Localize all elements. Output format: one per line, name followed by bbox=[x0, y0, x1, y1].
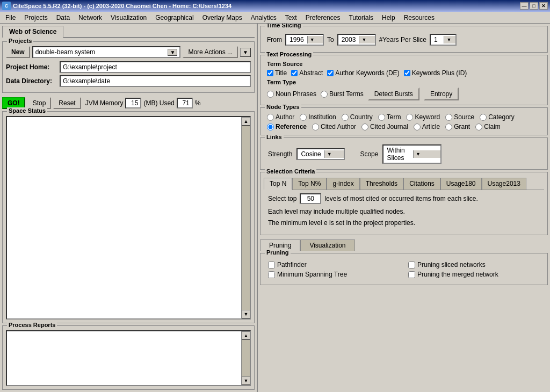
menu-overlay-maps[interactable]: Overlay Maps bbox=[198, 13, 247, 23]
data-directory-value[interactable]: G:\example\date bbox=[60, 75, 251, 87]
detect-bursts-button[interactable]: Detect Bursts bbox=[368, 88, 419, 100]
more-actions-button[interactable]: More Actions ... bbox=[183, 46, 238, 58]
menu-file[interactable]: File bbox=[1, 13, 20, 23]
sel-tab-citations[interactable]: Citations bbox=[403, 178, 440, 190]
radio-article-input[interactable] bbox=[414, 124, 421, 130]
radio-noun-phrases-input[interactable] bbox=[267, 91, 274, 98]
pruning-pathfinder[interactable]: Pathfinder bbox=[268, 261, 400, 268]
pruning-mst-input[interactable] bbox=[268, 271, 275, 278]
sel-tab-usage2013[interactable]: Usage2013 bbox=[482, 178, 526, 190]
close-button[interactable]: ✕ bbox=[539, 2, 548, 10]
radio-burst-terms[interactable]: Burst Terms bbox=[321, 90, 364, 98]
scope-combo[interactable]: Within Slices ▼ bbox=[382, 144, 442, 164]
menu-projects[interactable]: Projects bbox=[20, 13, 52, 23]
radio-burst-terms-input[interactable] bbox=[321, 91, 328, 98]
pruning-sliced-networks[interactable]: Pruning sliced networks bbox=[408, 261, 540, 268]
radio-claim[interactable]: Claim bbox=[475, 123, 501, 130]
radio-grant-input[interactable] bbox=[445, 124, 452, 130]
bottom-tab-visualization[interactable]: Visualization bbox=[300, 239, 354, 251]
menu-resources[interactable]: Resources bbox=[400, 13, 439, 23]
maximize-button[interactable]: □ bbox=[530, 2, 538, 10]
radio-country[interactable]: Country bbox=[342, 113, 373, 121]
menu-network[interactable]: Network bbox=[74, 13, 106, 23]
radio-reference-input[interactable] bbox=[267, 124, 274, 130]
radio-grant[interactable]: Grant bbox=[445, 123, 470, 130]
check-author-keywords-input[interactable] bbox=[327, 70, 334, 76]
project-home-value[interactable]: G:\example\project bbox=[60, 61, 251, 73]
sel-tab-usage180[interactable]: Usage180 bbox=[440, 178, 482, 190]
sel-tab-thresholds[interactable]: Thresholds bbox=[360, 178, 403, 190]
radio-author[interactable]: Author bbox=[267, 113, 294, 121]
process-reports-scrollbar[interactable]: ▲ ▼ bbox=[241, 331, 250, 385]
scroll-down-btn[interactable]: ▼ bbox=[242, 310, 250, 318]
check-title[interactable]: Title bbox=[267, 69, 287, 77]
radio-country-input[interactable] bbox=[342, 114, 349, 121]
select-top-input[interactable] bbox=[300, 193, 321, 204]
radio-author-input[interactable] bbox=[267, 114, 274, 121]
radio-article[interactable]: Article bbox=[414, 123, 440, 130]
radio-institution-input[interactable] bbox=[300, 114, 307, 121]
menu-help[interactable]: Help bbox=[378, 13, 400, 23]
pr-scroll-down-btn[interactable]: ▼ bbox=[242, 376, 250, 385]
radio-term-input[interactable] bbox=[378, 114, 385, 121]
project-name-combo[interactable]: double-beam system ▼ bbox=[32, 46, 181, 58]
from-arrow[interactable]: ▼ bbox=[307, 36, 323, 43]
strength-combo[interactable]: Cosine ▼ bbox=[296, 148, 345, 160]
menu-data[interactable]: Data bbox=[52, 13, 74, 23]
pruning-pathfinder-input[interactable] bbox=[268, 262, 275, 268]
radio-source-input[interactable] bbox=[445, 114, 452, 121]
entropy-button[interactable]: Entropy bbox=[424, 88, 459, 100]
sel-tab-g-index[interactable]: g-index bbox=[327, 178, 359, 190]
radio-cited-author-input[interactable] bbox=[312, 124, 319, 130]
menu-text[interactable]: Text bbox=[281, 13, 301, 23]
menu-preferences[interactable]: Preferences bbox=[301, 13, 345, 23]
check-keywords-plus-input[interactable] bbox=[404, 70, 410, 76]
reset-button[interactable]: Reset bbox=[53, 97, 81, 109]
radio-reference[interactable]: Reference bbox=[267, 123, 307, 130]
radio-noun-phrases[interactable]: Noun Phrases bbox=[267, 90, 316, 98]
radio-cited-journal-input[interactable] bbox=[361, 124, 368, 130]
pruning-merged-network[interactable]: Pruning the merged network bbox=[408, 271, 540, 278]
from-combo[interactable]: 1996 ▼ bbox=[285, 34, 324, 46]
radio-cited-author[interactable]: Cited Author bbox=[312, 123, 356, 130]
radio-cited-journal[interactable]: Cited Journal bbox=[361, 123, 408, 130]
check-abstract-input[interactable] bbox=[291, 70, 298, 76]
check-author-keywords[interactable]: Author Keywords (DE) bbox=[327, 69, 399, 77]
new-button[interactable]: New bbox=[6, 46, 30, 58]
pruning-mst[interactable]: Minimum Spanning Tree bbox=[268, 271, 400, 278]
check-abstract[interactable]: Abstract bbox=[291, 69, 323, 77]
menu-geographical[interactable]: Geographical bbox=[151, 13, 198, 23]
check-keywords-plus[interactable]: Keywords Plus (ID) bbox=[404, 69, 467, 77]
check-title-input[interactable] bbox=[267, 70, 273, 76]
to-arrow[interactable]: ▼ bbox=[359, 36, 374, 43]
window-controls[interactable]: — □ ✕ bbox=[520, 2, 548, 10]
more-actions-arrow[interactable]: ▼ bbox=[240, 48, 251, 57]
to-combo[interactable]: 2003 ▼ bbox=[337, 34, 376, 46]
sel-tab-top-n[interactable]: Top N bbox=[264, 178, 292, 190]
radio-claim-input[interactable] bbox=[475, 124, 482, 130]
menu-analytics[interactable]: Analytics bbox=[247, 13, 281, 23]
pruning-merged-network-input[interactable] bbox=[408, 271, 415, 278]
selection-criteria-tabs: Top N Top N% g-index Thresholds Citation… bbox=[264, 178, 544, 190]
strength-arrow[interactable]: ▼ bbox=[324, 150, 344, 158]
menu-visualization[interactable]: Visualization bbox=[106, 13, 151, 23]
menu-tutorials[interactable]: Tutorials bbox=[344, 13, 378, 23]
minimize-button[interactable]: — bbox=[520, 2, 529, 10]
pruning-sliced-networks-input[interactable] bbox=[408, 262, 415, 268]
years-per-slice-combo[interactable]: 1 ▼ bbox=[430, 34, 457, 46]
radio-category[interactable]: Category bbox=[480, 113, 515, 121]
scroll-up-btn[interactable]: ▲ bbox=[242, 117, 250, 126]
radio-keyword-input[interactable] bbox=[406, 114, 413, 121]
radio-institution[interactable]: Institution bbox=[300, 113, 336, 121]
years-per-slice-arrow[interactable]: ▼ bbox=[444, 36, 455, 43]
radio-source[interactable]: Source bbox=[445, 113, 474, 121]
radio-keyword[interactable]: Keyword bbox=[406, 113, 440, 121]
radio-category-input[interactable] bbox=[480, 114, 487, 121]
pr-scroll-up-btn[interactable]: ▲ bbox=[242, 331, 250, 340]
space-status-scrollbar[interactable]: ▲ ▼ bbox=[241, 117, 250, 318]
project-name-arrow[interactable]: ▼ bbox=[168, 49, 177, 56]
scope-arrow[interactable]: ▼ bbox=[413, 150, 441, 158]
tab-web-of-science[interactable]: Web of Science bbox=[2, 26, 63, 38]
sel-tab-top-n-percent[interactable]: Top N% bbox=[292, 178, 327, 190]
radio-term[interactable]: Term bbox=[378, 113, 401, 121]
